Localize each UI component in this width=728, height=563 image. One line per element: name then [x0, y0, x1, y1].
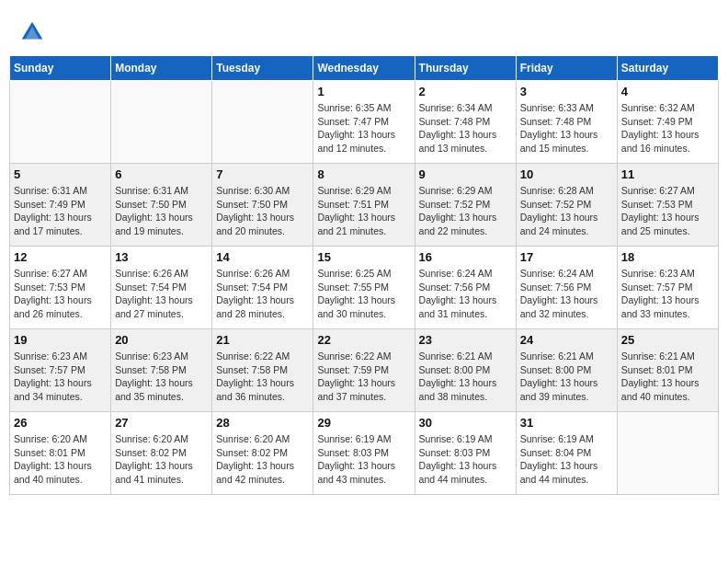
- calendar-day-cell: 3Sunrise: 6:33 AM Sunset: 7:48 PM Daylig…: [516, 81, 617, 164]
- day-number: 28: [216, 416, 309, 430]
- calendar-day-cell: 2Sunrise: 6:34 AM Sunset: 7:48 PM Daylig…: [415, 81, 516, 164]
- day-number: 26: [14, 416, 107, 430]
- calendar-day-cell: 31Sunrise: 6:19 AM Sunset: 8:04 PM Dayli…: [516, 412, 617, 495]
- calendar-day-cell: 16Sunrise: 6:24 AM Sunset: 7:56 PM Dayli…: [415, 247, 516, 329]
- calendar-day-cell: 17Sunrise: 6:24 AM Sunset: 7:56 PM Dayli…: [516, 247, 617, 329]
- day-info: Sunrise: 6:30 AM Sunset: 7:50 PM Dayligh…: [216, 184, 309, 238]
- calendar-day-cell: 24Sunrise: 6:21 AM Sunset: 8:00 PM Dayli…: [516, 329, 617, 412]
- day-info: Sunrise: 6:31 AM Sunset: 7:49 PM Dayligh…: [14, 184, 107, 238]
- calendar-day-cell: 4Sunrise: 6:32 AM Sunset: 7:49 PM Daylig…: [617, 81, 718, 164]
- calendar-day-cell: 13Sunrise: 6:26 AM Sunset: 7:54 PM Dayli…: [111, 247, 212, 329]
- logo-icon: [18, 18, 46, 46]
- day-number: 23: [419, 333, 512, 347]
- day-number: 15: [317, 250, 410, 264]
- calendar-day-cell: 7Sunrise: 6:30 AM Sunset: 7:50 PM Daylig…: [212, 164, 313, 247]
- day-info: Sunrise: 6:28 AM Sunset: 7:52 PM Dayligh…: [520, 184, 613, 238]
- day-info: Sunrise: 6:21 AM Sunset: 8:01 PM Dayligh…: [621, 350, 714, 404]
- calendar-day-cell: [617, 412, 718, 495]
- weekday-header-row: SundayMondayTuesdayWednesdayThursdayFrid…: [10, 56, 719, 81]
- page-header: [9, 9, 719, 51]
- day-number: 29: [317, 416, 410, 430]
- calendar-day-cell: 29Sunrise: 6:19 AM Sunset: 8:03 PM Dayli…: [313, 412, 415, 495]
- day-info: Sunrise: 6:19 AM Sunset: 8:04 PM Dayligh…: [520, 432, 613, 487]
- weekday-header-friday: Friday: [516, 56, 617, 81]
- day-info: Sunrise: 6:19 AM Sunset: 8:03 PM Dayligh…: [317, 432, 410, 487]
- calendar-day-cell: 5Sunrise: 6:31 AM Sunset: 7:49 PM Daylig…: [10, 164, 111, 247]
- calendar-day-cell: 18Sunrise: 6:23 AM Sunset: 7:57 PM Dayli…: [617, 247, 718, 329]
- day-info: Sunrise: 6:20 AM Sunset: 8:01 PM Dayligh…: [14, 432, 107, 487]
- weekday-header-tuesday: Tuesday: [212, 56, 313, 81]
- calendar-day-cell: 20Sunrise: 6:23 AM Sunset: 7:58 PM Dayli…: [111, 329, 212, 412]
- day-number: 9: [419, 167, 512, 181]
- day-info: Sunrise: 6:24 AM Sunset: 7:56 PM Dayligh…: [520, 267, 613, 321]
- calendar-day-cell: 30Sunrise: 6:19 AM Sunset: 8:03 PM Dayli…: [415, 412, 516, 495]
- day-number: 17: [520, 250, 613, 264]
- day-info: Sunrise: 6:34 AM Sunset: 7:48 PM Dayligh…: [419, 101, 512, 155]
- weekday-header-wednesday: Wednesday: [313, 56, 415, 81]
- day-number: 24: [520, 333, 613, 347]
- day-number: 2: [419, 85, 512, 98]
- calendar-day-cell: 10Sunrise: 6:28 AM Sunset: 7:52 PM Dayli…: [516, 164, 617, 247]
- calendar-week-row: 5Sunrise: 6:31 AM Sunset: 7:49 PM Daylig…: [10, 164, 719, 247]
- day-number: 1: [317, 85, 410, 98]
- day-number: 27: [115, 416, 208, 430]
- calendar-day-cell: [111, 81, 212, 164]
- calendar-day-cell: 9Sunrise: 6:29 AM Sunset: 7:52 PM Daylig…: [415, 164, 516, 247]
- day-info: Sunrise: 6:23 AM Sunset: 7:58 PM Dayligh…: [115, 350, 208, 404]
- day-info: Sunrise: 6:27 AM Sunset: 7:53 PM Dayligh…: [14, 267, 107, 321]
- day-number: 25: [621, 333, 714, 347]
- calendar-day-cell: 1Sunrise: 6:35 AM Sunset: 7:47 PM Daylig…: [313, 81, 415, 164]
- calendar-day-cell: 19Sunrise: 6:23 AM Sunset: 7:57 PM Dayli…: [10, 329, 111, 412]
- calendar-day-cell: 25Sunrise: 6:21 AM Sunset: 8:01 PM Dayli…: [617, 329, 718, 412]
- calendar-day-cell: 28Sunrise: 6:20 AM Sunset: 8:02 PM Dayli…: [212, 412, 313, 495]
- weekday-header-thursday: Thursday: [415, 56, 516, 81]
- day-number: 19: [14, 333, 107, 347]
- day-info: Sunrise: 6:32 AM Sunset: 7:49 PM Dayligh…: [621, 101, 714, 155]
- day-info: Sunrise: 6:29 AM Sunset: 7:52 PM Dayligh…: [419, 184, 512, 238]
- day-info: Sunrise: 6:20 AM Sunset: 8:02 PM Dayligh…: [216, 432, 309, 487]
- calendar-day-cell: 26Sunrise: 6:20 AM Sunset: 8:01 PM Dayli…: [10, 412, 111, 495]
- calendar-week-row: 19Sunrise: 6:23 AM Sunset: 7:57 PM Dayli…: [10, 329, 719, 412]
- calendar-day-cell: 27Sunrise: 6:20 AM Sunset: 8:02 PM Dayli…: [111, 412, 212, 495]
- day-info: Sunrise: 6:22 AM Sunset: 7:59 PM Dayligh…: [317, 350, 410, 404]
- day-info: Sunrise: 6:19 AM Sunset: 8:03 PM Dayligh…: [419, 432, 512, 487]
- day-number: 12: [14, 250, 107, 264]
- weekday-header-saturday: Saturday: [617, 56, 718, 81]
- day-info: Sunrise: 6:24 AM Sunset: 7:56 PM Dayligh…: [419, 267, 512, 321]
- calendar-week-row: 26Sunrise: 6:20 AM Sunset: 8:01 PM Dayli…: [10, 412, 719, 495]
- day-info: Sunrise: 6:20 AM Sunset: 8:02 PM Dayligh…: [115, 432, 208, 487]
- day-number: 22: [317, 333, 410, 347]
- day-info: Sunrise: 6:26 AM Sunset: 7:54 PM Dayligh…: [115, 267, 208, 321]
- day-number: 30: [419, 416, 512, 430]
- day-info: Sunrise: 6:33 AM Sunset: 7:48 PM Dayligh…: [520, 101, 613, 155]
- day-number: 11: [621, 167, 714, 181]
- calendar-day-cell: 15Sunrise: 6:25 AM Sunset: 7:55 PM Dayli…: [313, 247, 415, 329]
- day-number: 4: [621, 85, 714, 98]
- day-number: 14: [216, 250, 309, 264]
- calendar-day-cell: 12Sunrise: 6:27 AM Sunset: 7:53 PM Dayli…: [10, 247, 111, 329]
- day-number: 5: [14, 167, 107, 181]
- day-number: 20: [115, 333, 208, 347]
- day-info: Sunrise: 6:35 AM Sunset: 7:47 PM Dayligh…: [317, 101, 410, 155]
- day-number: 3: [520, 85, 613, 98]
- day-number: 13: [115, 250, 208, 264]
- day-info: Sunrise: 6:21 AM Sunset: 8:00 PM Dayligh…: [520, 350, 613, 404]
- day-number: 21: [216, 333, 309, 347]
- calendar-week-row: 12Sunrise: 6:27 AM Sunset: 7:53 PM Dayli…: [10, 247, 719, 329]
- day-info: Sunrise: 6:26 AM Sunset: 7:54 PM Dayligh…: [216, 267, 309, 321]
- calendar-day-cell: 21Sunrise: 6:22 AM Sunset: 7:58 PM Dayli…: [212, 329, 313, 412]
- day-info: Sunrise: 6:21 AM Sunset: 8:00 PM Dayligh…: [419, 350, 512, 404]
- day-info: Sunrise: 6:22 AM Sunset: 7:58 PM Dayligh…: [216, 350, 309, 404]
- calendar-day-cell: 6Sunrise: 6:31 AM Sunset: 7:50 PM Daylig…: [111, 164, 212, 247]
- calendar-day-cell: 11Sunrise: 6:27 AM Sunset: 7:53 PM Dayli…: [617, 164, 718, 247]
- calendar-day-cell: [10, 81, 111, 164]
- day-number: 6: [115, 167, 208, 181]
- calendar: SundayMondayTuesdayWednesdayThursdayFrid…: [9, 55, 719, 495]
- weekday-header-sunday: Sunday: [10, 56, 111, 81]
- weekday-header-monday: Monday: [111, 56, 212, 81]
- day-info: Sunrise: 6:29 AM Sunset: 7:51 PM Dayligh…: [317, 184, 410, 238]
- day-number: 31: [520, 416, 613, 430]
- calendar-day-cell: 23Sunrise: 6:21 AM Sunset: 8:00 PM Dayli…: [415, 329, 516, 412]
- logo: [18, 18, 48, 46]
- day-number: 16: [419, 250, 512, 264]
